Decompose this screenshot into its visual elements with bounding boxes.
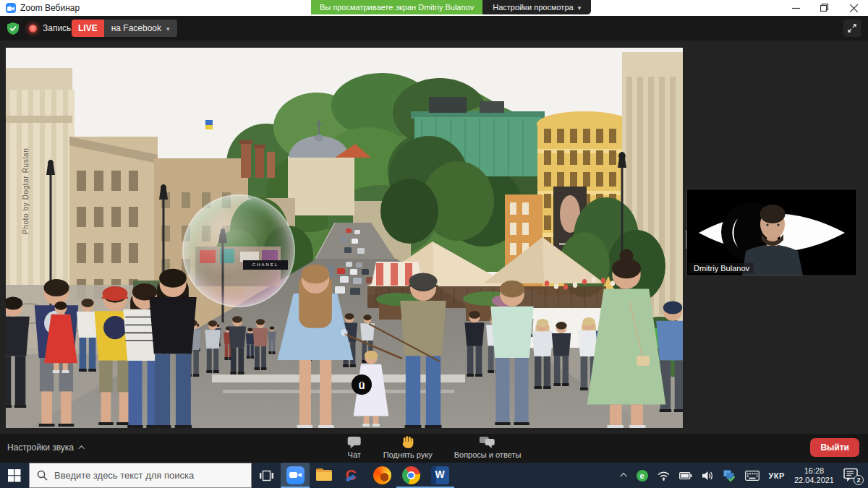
ccleaner-icon: C (344, 466, 362, 484)
chevron-up-icon (78, 445, 84, 451)
taskbar-app-word[interactable]: W (425, 463, 454, 488)
watermark-badge: ü (352, 374, 372, 395)
leave-button[interactable]: Выйти (810, 438, 859, 457)
search-input[interactable] (54, 470, 235, 481)
task-view-button[interactable] (252, 463, 281, 488)
taskbar-app-explorer[interactable] (310, 463, 339, 488)
zoom-app-icon (286, 466, 305, 484)
taskbar-app-chrome[interactable] (396, 463, 425, 488)
wifi-icon[interactable] (658, 471, 670, 481)
tray-expand-icon[interactable] (620, 473, 627, 480)
street-scene (6, 48, 683, 428)
volume-icon[interactable] (702, 471, 714, 481)
main-stage: Photo by Dogtar Ruslan CHANEL ü Dmitriy … (0, 40, 868, 434)
restore-button[interactable] (810, 0, 839, 16)
device-sync-icon[interactable] (723, 470, 736, 481)
windows-logo-icon (8, 469, 21, 482)
audio-settings-button[interactable]: Настройки звука (7, 442, 85, 453)
chrome-icon (402, 466, 420, 484)
taskbar-app-firefox[interactable] (367, 463, 396, 488)
view-settings-button[interactable]: Настройки просмотра▾ (482, 0, 591, 14)
task-view-icon (260, 469, 273, 482)
close-button[interactable] (839, 0, 868, 16)
live-badge: LIVE (72, 20, 104, 37)
chat-button[interactable]: Чат (347, 436, 362, 459)
fullscreen-button[interactable] (843, 20, 861, 37)
minimize-button[interactable] (781, 0, 810, 16)
taskbar-app-zoom[interactable] (281, 463, 310, 488)
store-sign: CHANEL (243, 260, 288, 270)
taskbar-app-ccleaner[interactable]: C (339, 463, 367, 488)
soap-bubble (182, 194, 295, 307)
taskbar-clock[interactable]: 16:28 22.04.2021 (794, 466, 834, 485)
shared-screen-photo: Photo by Dogtar Ruslan CHANEL ü (6, 48, 683, 428)
qa-bubbles-icon (480, 436, 495, 448)
photo-credit: Photo by Dogtar Ruslan (22, 148, 30, 234)
start-button[interactable] (0, 463, 29, 488)
touch-keyboard-icon[interactable] (745, 471, 760, 481)
antivirus-tray-icon[interactable]: e (637, 470, 648, 481)
clock-date: 22.04.2021 (794, 476, 834, 485)
qa-button[interactable]: Вопросы и ответы (454, 436, 522, 459)
action-center-button[interactable]: 2 (843, 468, 861, 484)
webinar-bottom-bar: Настройки звука Чат Поднять руку Вопросы (0, 434, 868, 463)
title-bar: Zoom Вебинар Вы просматриваете экран Dmi… (0, 0, 868, 16)
participant-video-tile[interactable]: Dmitriy Bulanov (687, 189, 856, 275)
security-shield-icon[interactable] (7, 22, 19, 38)
windows-taskbar: C W e УКР 16:28 22.04.2021 (0, 463, 868, 488)
taskbar-search[interactable] (29, 463, 252, 488)
chat-bubble-icon (347, 436, 362, 448)
clock-time: 16:28 (794, 466, 834, 476)
raised-hand-icon (401, 435, 414, 448)
recording-indicator-icon (29, 25, 37, 33)
search-icon (37, 470, 48, 481)
zoom-logo-icon (6, 3, 16, 13)
live-stream-target-button[interactable]: на Facebook▾ (104, 20, 177, 37)
screen-share-banner: Вы просматриваете экран Dmitriy Bulanov (311, 0, 482, 14)
firefox-icon (373, 466, 391, 484)
participant-name: Dmitriy Bulanov (689, 263, 754, 273)
webinar-toolbar: Запись LIVE на Facebook▾ (0, 16, 868, 40)
raise-hand-button[interactable]: Поднять руку (383, 435, 433, 459)
zoom-webinar-window: Zoom Вебинар Вы просматриваете экран Dmi… (0, 0, 868, 488)
file-explorer-icon (315, 466, 333, 484)
notification-count-badge: 2 (854, 475, 864, 485)
word-icon: W (431, 466, 449, 484)
chevron-down-icon: ▾ (578, 4, 582, 12)
battery-icon[interactable] (679, 471, 692, 480)
language-indicator[interactable]: УКР (769, 471, 785, 480)
window-title: Zoom Вебинар (20, 3, 80, 13)
chevron-down-icon: ▾ (166, 25, 170, 33)
recording-label: Запись (43, 23, 71, 33)
